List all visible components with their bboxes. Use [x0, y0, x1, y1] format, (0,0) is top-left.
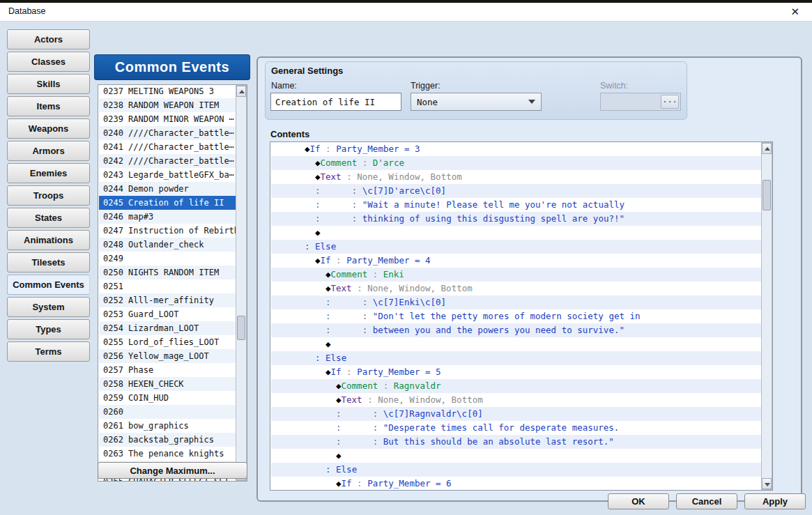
trigger-select[interactable]: None — [411, 93, 542, 111]
event-list-item-0262[interactable]: 0262 backstab_graphics — [99, 433, 236, 447]
event-list-item-0255[interactable]: 0255 Lord_of_flies_LOOT — [99, 335, 236, 349]
event-command-line[interactable]: ◆Comment : Enki — [271, 268, 762, 282]
switch-browse-button[interactable]: ··· — [661, 95, 679, 109]
event-command-line[interactable]: : : \c[7]Enki\c[0] — [271, 295, 762, 309]
command-segment: : : — [315, 199, 362, 210]
command-segment: If — [342, 478, 352, 489]
command-segment: Ragnvaldr — [394, 381, 441, 391]
event-list-item-0258[interactable]: 0258 HEXEN_CHECK — [99, 377, 236, 391]
event-command-line[interactable]: : Else — [271, 240, 762, 254]
contents-scrollbar[interactable] — [761, 142, 772, 490]
event-command-line[interactable]: ◆Text : None, Window, Bottom — [271, 170, 762, 184]
event-command-line[interactable]: ◆ — [271, 226, 762, 240]
tab-tilesets[interactable]: Tilesets — [7, 252, 90, 272]
command-segment: : : — [315, 213, 362, 224]
event-list-item-0251[interactable]: 0251 — [99, 279, 236, 293]
event-list-item-0240[interactable]: 0240 ////Character_battle⋯ — [99, 126, 236, 140]
event-command-line[interactable]: ◆Comment : D'arce — [271, 156, 762, 170]
event-command-line[interactable]: ◆Text : None, Window, Bottom — [271, 282, 762, 295]
command-segment: Text — [321, 171, 342, 182]
command-segment: If — [310, 144, 321, 154]
command-segment: None, Window, Bottom — [367, 283, 473, 293]
event-command-line[interactable]: : Else — [271, 463, 762, 477]
command-segment: : : — [325, 325, 373, 335]
event-list-item-0261[interactable]: 0261 bow_graphics — [99, 419, 236, 433]
event-list-item-0239[interactable]: 0239 RANDOM MINOR WEAPON ⋯ — [99, 112, 236, 126]
tab-common-events[interactable]: Common Events — [7, 275, 90, 295]
event-list-item-0242[interactable]: 0242 ////Character_battle⋯ — [99, 154, 236, 168]
tab-classes[interactable]: Classes — [7, 52, 90, 72]
tab-terms[interactable]: Terms — [7, 341, 90, 362]
event-list-item-0245[interactable]: 0245 Creation of life II — [99, 196, 236, 210]
tab-troops[interactable]: Troops — [7, 185, 90, 206]
event-command-line[interactable]: : : between you and the powers you need … — [271, 323, 762, 337]
tab-types[interactable]: Types — [7, 319, 90, 339]
tab-armors[interactable]: Armors — [7, 141, 90, 161]
event-command-line[interactable]: ◆If : Party_Member = 5 — [271, 365, 762, 379]
tab-skills[interactable]: Skills — [7, 74, 90, 94]
event-list-scrollbar[interactable] — [236, 85, 247, 481]
event-command-line[interactable]: : : thinking of using this disgusting sp… — [271, 212, 762, 226]
event-list-item-0252[interactable]: 0252 Alll-mer_affinity — [99, 293, 236, 307]
event-list-item-0257[interactable]: 0257 Phase — [99, 363, 236, 377]
event-command-line[interactable]: : Else — [271, 351, 762, 365]
apply-button[interactable]: Apply — [744, 493, 806, 509]
tab-system[interactable]: System — [7, 297, 90, 317]
event-command-line[interactable]: ◆Text : None, Window, Bottom — [271, 393, 762, 407]
name-input[interactable] — [270, 93, 401, 111]
tab-actors[interactable]: Actors — [7, 29, 90, 49]
event-list-item-0254[interactable]: 0254 Lizardman_LOOT — [99, 321, 236, 335]
event-command-line[interactable]: : : \c[7]Ragnvaldr\c[0] — [271, 407, 762, 421]
event-list-item-0246[interactable]: 0246 map#3 — [99, 210, 236, 224]
tab-states[interactable]: States — [7, 208, 90, 228]
event-list-item-0250[interactable]: 0250 NIGHTS RANDOM ITEM — [99, 266, 236, 279]
event-list-item-0247[interactable]: 0247 Instruction of Rebirth — [99, 224, 236, 238]
scroll-up-button[interactable] — [236, 86, 246, 97]
command-segment: D'arce — [373, 157, 404, 168]
contents-scroll-down-button[interactable] — [762, 478, 772, 489]
tab-weapons[interactable]: Weapons — [7, 118, 90, 139]
event-command-line[interactable]: : : But this should be an absolute last … — [271, 435, 762, 449]
event-list-item-0244[interactable]: 0244 Demon powder — [99, 182, 236, 196]
tab-items[interactable]: Items — [7, 96, 90, 116]
event-command-line[interactable]: : : "Wait a minute! Please tell me you'r… — [271, 198, 762, 212]
command-segment: : — [367, 269, 383, 279]
tab-enemies[interactable]: Enemies — [7, 163, 90, 183]
general-settings-title: General Settings — [271, 66, 343, 76]
event-list-item-0249[interactable]: 0249 — [99, 252, 236, 266]
command-segment: "Wait a minute! Please tell me you're no… — [362, 199, 625, 210]
event-list-item-0259[interactable]: 0259 COIN_HUD — [99, 391, 236, 405]
command-segment: : Else — [325, 464, 357, 475]
event-list-item-0248[interactable]: 0248 Outlander_check — [99, 238, 236, 252]
event-command-line[interactable]: ◆Comment : Ragnvaldr — [271, 379, 762, 393]
contents-rows: ◆If : Party_Member = 3◆Comment : D'arce◆… — [271, 142, 762, 491]
command-segment: thinking of using this disgusting spell … — [362, 213, 625, 224]
event-list-item-0253[interactable]: 0253 Guard_LOOT — [99, 307, 236, 321]
event-list-item-0241[interactable]: 0241 ////Character_battle⋯ — [99, 140, 236, 154]
event-list-item-0263[interactable]: 0263 The penance knights — [99, 447, 236, 461]
event-command-line[interactable]: : : "Desperate times call for desperate … — [271, 421, 762, 435]
scroll-thumb[interactable] — [237, 316, 245, 340]
contents-scroll-up-button[interactable] — [762, 143, 772, 154]
event-list-item-0260[interactable]: 0260 — [99, 405, 236, 419]
tab-animations[interactable]: Animations — [7, 230, 90, 250]
event-list-item-0256[interactable]: 0256 Yellow_mage_LOOT — [99, 349, 236, 363]
command-segment: between you and the powers you need to s… — [373, 325, 625, 335]
ok-button[interactable]: OK — [608, 493, 669, 509]
event-command-line[interactable]: ◆If : Party_Member = 3 — [271, 142, 762, 156]
event-command-line[interactable]: : : \c[7]D'arce\c[0] — [271, 184, 762, 198]
contents-scroll-thumb[interactable] — [763, 180, 771, 210]
event-command-line[interactable]: : : "Don't let the petty mores of modern… — [271, 309, 762, 323]
change-maximum-button[interactable]: Change Maximum... — [98, 462, 247, 479]
event-command-line[interactable]: ◆If : Party_Member = 4 — [271, 254, 762, 268]
event-command-line[interactable]: ◆If : Party_Member = 6 — [271, 477, 762, 491]
event-command-line[interactable]: ◆ — [271, 337, 762, 351]
command-segment: Party_Member = 4 — [346, 255, 430, 266]
close-icon[interactable]: ✕ — [790, 5, 799, 19]
event-list-item-0243[interactable]: 0243 Legarde_battleGFX_ba⋯ — [99, 168, 236, 182]
event-list-item-0237[interactable]: 0237 MELTING WEAPONS 3 — [99, 84, 236, 98]
command-segment: : : — [336, 436, 383, 447]
event-command-line[interactable]: ◆ — [271, 449, 762, 463]
event-list-item-0238[interactable]: 0238 RANDOM WEAPON ITEM — [99, 98, 236, 112]
cancel-button[interactable]: Cancel — [676, 493, 737, 509]
